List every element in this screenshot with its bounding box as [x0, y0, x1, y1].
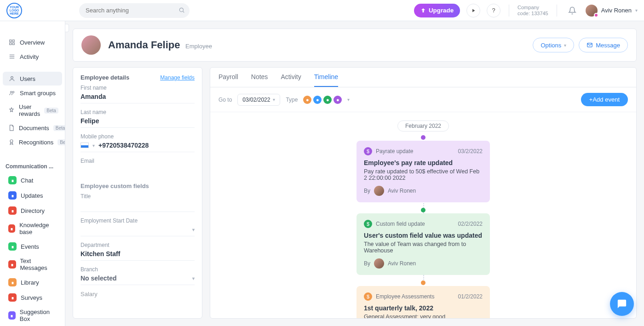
upgrade-label: Upgrade: [429, 7, 454, 14]
sidebar-item-suggestion-box[interactable]: ∎Suggestion Box: [3, 305, 62, 326]
avatar: [374, 186, 384, 196]
timeline-month: February 2022: [397, 120, 449, 132]
field-branch[interactable]: Branch No selected▾: [80, 266, 195, 285]
custom-fields-title: Employee custom fields: [80, 183, 195, 189]
event-tag-icon: $: [364, 220, 372, 228]
event-dot: [421, 135, 426, 140]
page-subtitle: Employee: [185, 43, 212, 50]
chat-fab[interactable]: [610, 292, 634, 316]
event-card[interactable]: $ Payrate update 03/2/2022 Employee's pa…: [356, 141, 490, 202]
field-title[interactable]: Title: [80, 193, 195, 212]
event-tag: Custom field update: [376, 221, 425, 227]
tab-activity[interactable]: Activity: [281, 73, 301, 87]
sidebar-item-library[interactable]: ∎Library: [3, 275, 62, 290]
bell-icon[interactable]: [565, 4, 579, 17]
recog-icon: [8, 138, 15, 146]
event-description: The value of Team was changed from to Wa…: [364, 241, 483, 254]
type-chip-3[interactable]: ●: [334, 96, 342, 104]
details-panel: Employee details Manage fields First nam…: [73, 67, 202, 319]
sidebar-item-surveys[interactable]: ∎Surveys: [3, 290, 62, 305]
sidebar-item-overview[interactable]: Overview: [3, 35, 62, 49]
event-card[interactable]: $ Custom field update 02/2/2022 User's c…: [356, 213, 490, 275]
svg-rect-4: [10, 43, 12, 45]
manage-fields-link[interactable]: Manage fields: [160, 74, 195, 81]
sidebar-item-chat[interactable]: ∎Chat: [3, 173, 62, 188]
play-icon[interactable]: [466, 4, 480, 17]
event-tag-icon: $: [364, 292, 372, 301]
type-chip-2[interactable]: ●: [323, 96, 332, 104]
tab-timeline[interactable]: Timeline: [314, 73, 338, 87]
sidebar-section-communication: Communication ...: [0, 157, 65, 172]
timeline-panel: Payroll Notes Activity Timeline Go to 03…: [210, 67, 637, 319]
event-description: General Assessment: very good: [364, 314, 483, 318]
activity-icon: [8, 53, 16, 60]
sidebar-item-directory[interactable]: ∎Directory: [3, 203, 62, 218]
field-department[interactable]: Department Kitchen Staff: [80, 242, 195, 261]
rewards-icon: [8, 107, 15, 114]
type-filter-chevron[interactable]: ▾: [347, 97, 350, 102]
page-title: Amanda Felipe: [108, 39, 180, 51]
add-event-button[interactable]: +Add event: [581, 93, 628, 106]
sidebar-item-users[interactable]: Users: [3, 72, 62, 86]
field-email[interactable]: Email: [80, 158, 195, 176]
goto-date-picker[interactable]: 03/02/2022▾: [237, 94, 280, 106]
type-label: Type: [286, 97, 298, 103]
options-button[interactable]: Options▾: [533, 38, 574, 52]
current-user[interactable]: Aviv Ronen ▾: [586, 5, 638, 17]
svg-rect-2: [10, 40, 12, 42]
field-start-date[interactable]: Employment Start Date ▾: [80, 217, 195, 236]
search-box: [79, 3, 190, 18]
type-chip-1[interactable]: ●: [313, 96, 322, 104]
overview-icon: [8, 39, 16, 46]
field-last-name[interactable]: Last name Felipe: [80, 109, 195, 128]
svg-point-9: [11, 76, 13, 79]
event-card[interactable]: $ Employee Assessments 01/2/2022 1st qua…: [356, 286, 490, 318]
employee-avatar: [81, 35, 101, 55]
timeline: February 2022 $ Payrate update 03/2/2022…: [210, 112, 636, 318]
user-name: Aviv Ronen: [601, 7, 632, 14]
avatar: [374, 258, 384, 269]
event-description: Pay rate updated to 50$ effective of Wed…: [364, 168, 483, 181]
company-code: Company code: 133745: [518, 5, 548, 17]
sidebar-item-activity[interactable]: Activity: [3, 50, 62, 63]
event-tag-icon: $: [364, 147, 372, 155]
sidebar-item-smart-groups[interactable]: Smart groups: [3, 86, 62, 100]
topbar: YOURLOGOHERE Upgrade ? Company code: 133…: [0, 0, 644, 21]
type-filter[interactable]: ●●●●: [303, 96, 342, 104]
docs-icon: [8, 124, 15, 132]
event-title: Employee's pay rate updated: [364, 159, 483, 166]
upgrade-button[interactable]: Upgrade: [414, 4, 460, 17]
sidebar: OverviewActivity UsersSmart groupsUser r…: [0, 21, 65, 326]
goto-label: Go to: [218, 97, 232, 103]
tab-notes[interactable]: Notes: [251, 73, 268, 87]
details-title: Employee details: [80, 74, 129, 81]
logo: YOURLOGOHERE: [6, 3, 22, 18]
sidebar-item-updates[interactable]: ∎Updates: [3, 188, 62, 203]
event-tag: Employee Assessments: [376, 293, 434, 300]
main: ‹ Amanda Felipe Employee Options▾ Messag…: [65, 21, 644, 326]
users-icon: [8, 75, 16, 82]
help-icon[interactable]: ?: [487, 4, 500, 17]
timeline-event: $ Payrate update 03/2/2022 Employee's pa…: [356, 141, 490, 202]
field-first-name[interactable]: First name Amanda: [80, 85, 195, 103]
sidebar-collapse[interactable]: ‹: [65, 24, 69, 32]
type-chip-0[interactable]: ●: [303, 96, 311, 104]
groups-icon: [8, 89, 16, 97]
sidebar-item-knowledge-base[interactable]: ∎Knowledge base: [3, 218, 62, 239]
tab-payroll[interactable]: Payroll: [218, 73, 238, 87]
sidebar-item-events[interactable]: ∎Events: [3, 239, 62, 254]
timeline-event: $ Employee Assessments 01/2/2022 1st qua…: [356, 286, 490, 318]
svg-rect-3: [12, 40, 14, 42]
message-button[interactable]: Message: [579, 38, 628, 52]
svg-rect-5: [12, 43, 14, 45]
sidebar-item-text-messages[interactable]: ∎Text Messages: [3, 254, 62, 275]
search-input[interactable]: [79, 3, 190, 18]
sidebar-item-documents[interactable]: DocumentsBeta: [3, 121, 62, 135]
svg-point-10: [11, 92, 12, 93]
field-mobile[interactable]: Mobile phone ▾ +9720538470228: [80, 133, 195, 152]
svg-point-12: [10, 140, 13, 143]
event-date: 02/2/2022: [458, 221, 483, 227]
sidebar-item-user-rewards[interactable]: User rewardsBeta: [3, 100, 62, 120]
sidebar-item-recognitions[interactable]: RecognitionsBeta: [3, 135, 62, 149]
search-icon: [178, 7, 185, 13]
